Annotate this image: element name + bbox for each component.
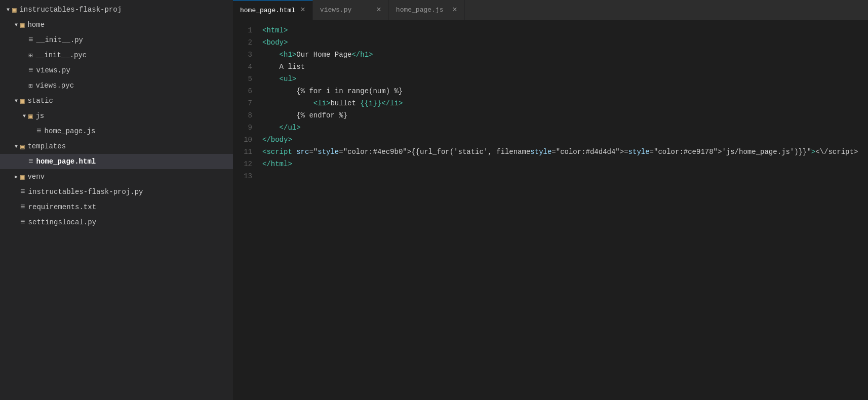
sidebar-item-label: __init__.py — [36, 36, 83, 44]
line-number: 3 — [233, 49, 252, 61]
sidebar-item-static[interactable]: static — [0, 93, 233, 108]
file-icon — [28, 35, 36, 45]
line-number: 1 — [233, 24, 252, 36]
arrow-icon — [12, 98, 20, 104]
sidebar-item-requirements_txt[interactable]: requirements.txt — [0, 199, 233, 215]
sidebar-item-label: instructables-flask-proj.py — [28, 188, 143, 196]
sidebar-item-label: instructables-flask-proj — [19, 6, 122, 14]
sidebar-item-home_page_html[interactable]: home_page.html — [0, 154, 233, 169]
arrow-icon — [4, 7, 12, 13]
code-line: {% endfor %} — [262, 109, 868, 122]
tab-close-button[interactable]: × — [300, 6, 305, 14]
code-content[interactable]: <html><body> <h1>Our Home Page</h1> A li… — [260, 24, 868, 396]
editor-area: home_page.html×views.py×home_page.js× 12… — [233, 0, 868, 400]
code-line: A list — [262, 61, 868, 73]
folder-icon — [20, 173, 27, 181]
sidebar-item-home_page_js[interactable]: home_page.js — [0, 124, 233, 139]
sidebar-item-label: __init__.pyc — [35, 51, 87, 59]
sidebar-item-views_py[interactable]: views.py — [0, 63, 233, 78]
line-number: 8 — [233, 109, 252, 122]
code-line: </html> — [262, 158, 868, 170]
code-line: <ul> — [262, 73, 868, 85]
sidebar-item-templates[interactable]: templates — [0, 139, 233, 154]
file-icon — [20, 203, 28, 212]
code-line: </body> — [262, 134, 868, 146]
sidebar-item-label: js — [35, 112, 44, 120]
sidebar-item-js[interactable]: js — [0, 108, 233, 124]
file-icon — [28, 66, 36, 75]
sidebar-item-label: home_page.js — [45, 127, 96, 135]
file-explorer: instructables-flask-projhome__init__.py_… — [0, 0, 233, 400]
file-icon — [20, 187, 28, 196]
arrow-icon — [12, 174, 20, 180]
sidebar-item-label: static — [27, 97, 53, 105]
line-number: 12 — [233, 158, 252, 170]
line-number: 10 — [233, 134, 252, 146]
sidebar-item-settingslocal_py[interactable]: settingslocal.py — [0, 215, 233, 230]
sidebar-item-venv[interactable]: venv — [0, 169, 233, 184]
sidebar-item-label: requirements.txt — [28, 203, 96, 211]
folder-icon — [20, 142, 27, 151]
sidebar-item-label: settingslocal.py — [28, 218, 96, 226]
code-line: {% for i in range(num) %} — [262, 85, 868, 97]
arrow-icon — [20, 113, 28, 119]
sidebar-item-views_pyc[interactable]: views.pyc — [0, 78, 233, 93]
folder-icon — [12, 6, 19, 14]
tab-home_page_js[interactable]: home_page.js× — [389, 0, 465, 20]
code-line: <html> — [262, 24, 868, 36]
line-number: 7 — [233, 97, 252, 109]
tab-home_page_html[interactable]: home_page.html× — [233, 0, 313, 20]
file-icon — [20, 218, 28, 227]
tab-label: home_page.html — [240, 7, 295, 14]
sidebar-item-home[interactable]: home — [0, 17, 233, 32]
tab-close-button[interactable]: × — [376, 6, 381, 14]
file-icon — [28, 51, 35, 60]
line-number: 6 — [233, 85, 252, 97]
sidebar-item-label: views.pyc — [35, 82, 74, 90]
code-line: <h1>Our Home Page</h1> — [262, 49, 868, 61]
tab-views_py[interactable]: views.py× — [313, 0, 389, 20]
tab-bar: home_page.html×views.py×home_page.js× — [233, 0, 868, 20]
code-area: 12345678910111213 <html><body> <h1>Our H… — [233, 20, 868, 400]
file-icon — [36, 127, 45, 136]
tab-label: home_page.js — [396, 6, 447, 14]
line-numbers: 12345678910111213 — [233, 24, 260, 396]
line-number: 11 — [233, 146, 252, 158]
sidebar-item-init_py[interactable]: __init__.py — [0, 32, 233, 48]
line-number: 2 — [233, 36, 252, 49]
code-line: </ul> — [262, 122, 868, 134]
sidebar-item-label: home — [27, 21, 45, 29]
code-line: <script src="style="color:#4ec9b0">{{url… — [262, 146, 868, 158]
sidebar-item-label: home_page.html — [36, 157, 96, 166]
folder-icon — [20, 97, 27, 105]
tab-label: views.py — [320, 6, 371, 14]
line-number: 13 — [233, 170, 252, 182]
code-line: <li>bullet {{i}}</li> — [262, 97, 868, 109]
file-icon — [28, 82, 35, 90]
file-icon — [28, 157, 36, 166]
folder-icon — [28, 112, 35, 121]
tab-close-button[interactable]: × — [452, 6, 457, 14]
arrow-icon — [12, 144, 20, 149]
folder-icon — [20, 21, 27, 29]
line-number: 5 — [233, 73, 252, 85]
sidebar-item-root[interactable]: instructables-flask-proj — [0, 2, 233, 17]
sidebar-item-label: venv — [27, 173, 45, 181]
line-number: 9 — [233, 122, 252, 134]
sidebar-item-label: views.py — [36, 66, 70, 74]
sidebar-item-init_pyc[interactable]: __init__.pyc — [0, 48, 233, 63]
arrow-icon — [12, 22, 20, 28]
code-line: <body> — [262, 36, 868, 49]
sidebar-item-flask_proj_py[interactable]: instructables-flask-proj.py — [0, 184, 233, 199]
line-number: 4 — [233, 61, 252, 73]
code-line — [262, 170, 868, 182]
sidebar-item-label: templates — [27, 142, 66, 150]
